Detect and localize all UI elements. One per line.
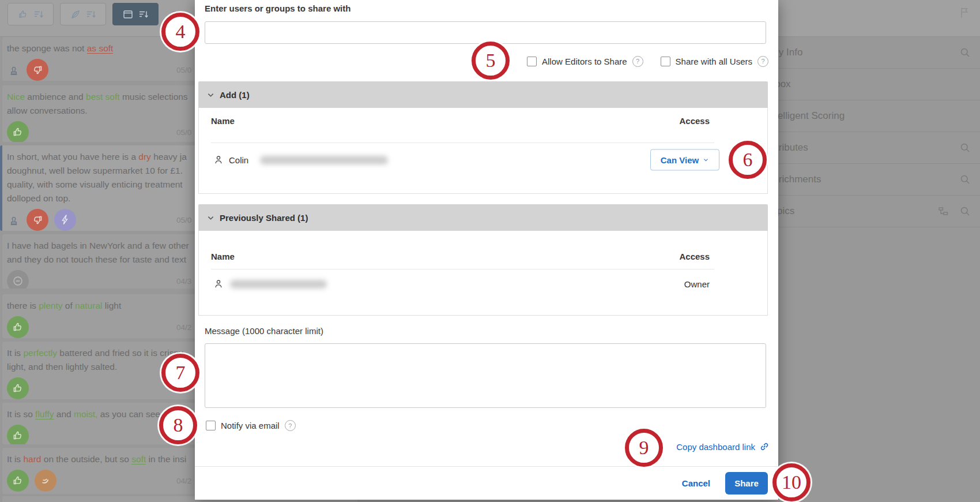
review-text: In short, what you have here is a bbox=[7, 152, 138, 162]
thumb-up-icon bbox=[17, 9, 29, 20]
sort-icon bbox=[85, 9, 97, 20]
annotation-circle-7: 7 bbox=[161, 354, 199, 392]
annotation-circle-5: 5 bbox=[472, 42, 510, 80]
annotation-number: 9 bbox=[639, 437, 649, 459]
annotation-number: 10 bbox=[782, 471, 801, 493]
notify-email-label: Notify via email bbox=[221, 421, 280, 430]
access-dropdown-value: Can View bbox=[661, 155, 699, 165]
annotation-number: 8 bbox=[174, 414, 183, 436]
previously-shared-section-header[interactable]: Previously Shared (1) bbox=[198, 204, 768, 231]
review-text: It is bbox=[7, 348, 23, 358]
person-icon bbox=[213, 278, 224, 290]
message-label: Message (1000 character limit) bbox=[205, 326, 323, 336]
table-divider bbox=[211, 143, 714, 143]
search-icon[interactable] bbox=[959, 205, 971, 217]
review-text: as you can see bbox=[97, 409, 160, 419]
review-text: Nice bbox=[7, 92, 25, 102]
share-users-input[interactable] bbox=[205, 21, 766, 44]
review-text: the sponge was not bbox=[7, 43, 87, 53]
review-date: 05/0 bbox=[176, 216, 191, 224]
review-text: best soft bbox=[86, 92, 120, 102]
access-column-header: Access bbox=[679, 116, 710, 126]
review-text: It is bbox=[7, 454, 23, 464]
share-button[interactable]: Share bbox=[725, 472, 768, 494]
help-icon[interactable]: ? bbox=[285, 420, 296, 431]
dashboard-sidebar: Key InfoInboxIntelligent ScoringAttribut… bbox=[755, 37, 980, 502]
sidebar-item-enrichments[interactable]: Enrichments bbox=[755, 164, 980, 196]
annotation-circle-10: 10 bbox=[772, 463, 811, 501]
search-icon[interactable] bbox=[959, 47, 971, 58]
toolbar-button-card-view-sort[interactable] bbox=[112, 3, 159, 25]
share-with-label: Enter users or groups to share with bbox=[205, 3, 350, 13]
review-text: music selections bbox=[120, 92, 188, 102]
models-icon[interactable] bbox=[937, 205, 949, 217]
message-textarea[interactable] bbox=[205, 343, 766, 408]
neutral-sentiment-badge bbox=[7, 270, 29, 289]
review-text: soft bbox=[131, 454, 146, 464]
allow-editors-checkbox[interactable] bbox=[527, 57, 537, 66]
positive-sentiment-badge bbox=[7, 377, 29, 399]
positive-sentiment-badge bbox=[7, 470, 29, 492]
review-text: battered and fried so it is crispy bbox=[57, 348, 183, 358]
search-icon[interactable] bbox=[959, 142, 971, 153]
person-icon bbox=[213, 154, 224, 166]
help-icon[interactable]: ? bbox=[757, 56, 768, 67]
previously-shared-title: Previously Shared (1) bbox=[220, 213, 308, 223]
notify-email-checkbox[interactable] bbox=[206, 421, 216, 430]
sidebar-item-inbox[interactable]: Inbox bbox=[755, 69, 980, 100]
table-row: Colin Can View bbox=[199, 147, 767, 173]
annotation-circle-9: 9 bbox=[625, 429, 663, 467]
table-row: Owner bbox=[199, 272, 767, 295]
review-text: and they do not touch these for taste an… bbox=[7, 254, 186, 264]
copy-dashboard-link[interactable]: Copy dashboard link bbox=[676, 441, 770, 452]
link-icon bbox=[759, 441, 770, 452]
negative-sentiment-badge bbox=[27, 209, 48, 231]
flag-icon[interactable] bbox=[958, 6, 972, 20]
sidebar-item-icons bbox=[959, 47, 971, 58]
review-text: light, and then lightly salted. bbox=[7, 362, 117, 372]
chevron-down-icon bbox=[206, 91, 215, 99]
dialog-footer: Cancel Share bbox=[682, 472, 768, 494]
search-icon[interactable] bbox=[959, 174, 971, 185]
sidebar-item-icons bbox=[959, 142, 971, 153]
name-column-header: Name bbox=[211, 116, 235, 126]
feather-icon bbox=[70, 9, 81, 20]
sidebar-item-intelligent-scoring[interactable]: Intelligent Scoring bbox=[755, 100, 980, 132]
sidebar-item-icons bbox=[959, 174, 971, 185]
help-icon[interactable]: ? bbox=[632, 56, 643, 67]
review-date: 05/0 bbox=[176, 66, 191, 74]
toolbar-button-sentiment-sort[interactable] bbox=[7, 3, 54, 25]
table-divider bbox=[211, 269, 714, 269]
sidebar-item-key-info[interactable]: Key Info bbox=[755, 37, 980, 69]
review-text: heavy ja bbox=[151, 152, 187, 162]
review-text: moist, bbox=[74, 409, 97, 419]
share-all-users-label: Share with all Users bbox=[676, 57, 752, 66]
review-text: natural bbox=[75, 301, 102, 310]
review-text: hard bbox=[23, 454, 41, 464]
annotation-number: 4 bbox=[176, 21, 186, 43]
chevron-down-icon bbox=[703, 157, 709, 163]
review-date: 04/2 bbox=[176, 477, 191, 485]
notify-row: Notify via email ? bbox=[206, 420, 296, 431]
emotion-badge bbox=[35, 470, 56, 492]
stamp-icon bbox=[7, 63, 21, 77]
footer-divider bbox=[195, 466, 778, 467]
sidebar-item-label: Intelligent Scoring bbox=[767, 110, 845, 122]
add-section-title: Add (1) bbox=[220, 90, 250, 100]
add-section-header[interactable]: Add (1) bbox=[198, 81, 768, 108]
review-text: doughnut, well below supermarket 10 for … bbox=[7, 166, 183, 175]
sidebar-item-topics[interactable]: Topics bbox=[755, 196, 980, 227]
annotation-number: 6 bbox=[743, 149, 753, 171]
owner-access-value: Owner bbox=[684, 279, 710, 289]
annotation-circle-6: 6 bbox=[729, 141, 767, 179]
positive-sentiment-badge bbox=[7, 121, 29, 142]
cardview-icon bbox=[122, 9, 134, 20]
toolbar-button-effort-sort[interactable] bbox=[60, 3, 106, 25]
review-date: 04/2 bbox=[176, 323, 191, 332]
access-dropdown-button[interactable]: Can View bbox=[650, 149, 719, 171]
share-all-users-checkbox[interactable] bbox=[661, 57, 670, 66]
review-text: allow conversations. bbox=[7, 106, 88, 115]
sidebar-item-attributes[interactable]: Attributes bbox=[755, 132, 980, 164]
cancel-button[interactable]: Cancel bbox=[682, 478, 710, 488]
redacted-email bbox=[230, 280, 327, 289]
